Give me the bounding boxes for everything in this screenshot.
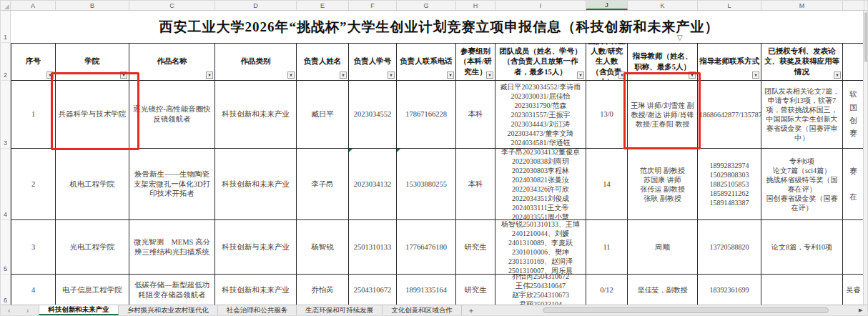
header-student-id[interactable]: 负责人学号▾ [349,43,397,81]
cell-achievements[interactable]: 论文8篇，专利10项 [761,220,843,275]
cell-student-id[interactable]: 2504310672 [349,275,397,306]
header-extra[interactable] [843,43,864,81]
cell-counts[interactable]: 0/12 [586,275,628,306]
row-number[interactable]: 3 [1,81,11,149]
cell-leader[interactable]: 乔怡芮 [297,275,349,306]
cell-work[interactable]: 焕骨新生——生物陶瓷支架宏微孔一体化3D打印技术开拓者 [129,149,215,220]
cell-teachers[interactable]: 范庆明 副教授 苏国康 讲师 张传运 副教授 张耿 副教授 [628,149,698,220]
filter-icon[interactable]: ▾ [287,71,295,79]
tab-nav-left-icon[interactable]: ‹ [8,306,11,315]
cell-teacher-phones[interactable]: 18992832974 15029808303 18825105853 1858… [698,149,761,220]
column-letter-g[interactable]: G [397,1,456,10]
cell-category[interactable]: 科技创新与未来产业 [215,220,297,275]
cell-college[interactable]: 电子信息工程学院 [56,275,129,306]
vertical-scrollbar-thumb[interactable] [864,12,867,62]
sheet-title[interactable]: 西安工业大学2026年“挑战杯”大学生创业计划竞赛立项申报信息（科技创新和未来产… [11,11,867,43]
cell-group[interactable]: 研究生 [456,220,495,275]
sheet-tab[interactable]: 社会治理和公共服务 [218,305,297,315]
header-phone[interactable]: 负责人联系电话▾ [397,43,456,81]
horizontal-scroll-right-icon[interactable]: ▶ [859,307,862,313]
tab-nav-right-icon[interactable]: › [26,306,29,315]
cell-category[interactable]: 科技创新和未来产业 [215,275,297,306]
cell-extra[interactable]: 赛 在 [843,149,864,220]
column-letter-k[interactable]: K [628,1,698,10]
cell-counts[interactable]: 14 [586,149,628,220]
filter-icon[interactable]: ▾ [447,71,454,79]
column-letter-n[interactable] [843,1,864,10]
cell-extra[interactable]: 吴睿 [843,275,864,306]
cell-members[interactable]: 臧日平2023034552/李诗雨2023030031/屈佳怡202303179… [495,81,586,149]
row-number[interactable]: 4 [1,149,11,220]
horizontal-scrollbar-thumb[interactable] [543,307,829,313]
cell-student-id[interactable]: 2023034132 [349,149,397,220]
cell-teachers[interactable]: 周顺 [628,220,698,275]
cell-extra[interactable]: 软 国 创 赛 [843,81,864,149]
column-letter-e[interactable]: E [297,1,349,10]
cell-leader[interactable]: 臧日平 [297,81,349,149]
cell-work[interactable]: 逐光镜控-高性能音圈快反镜领航者 [129,81,215,149]
cell-no[interactable]: 2 [11,149,56,220]
sheet-tab[interactable]: 文化创意和区域合作 [383,305,462,315]
cell-college[interactable]: 光电工程学院 [56,220,129,275]
cell-members[interactable]: 乔怡芮2504310672 王伟2504310647 赵宇欣2504310673… [495,275,586,306]
cell-group[interactable]: 本科 [456,149,495,220]
cell-counts[interactable]: 13/0 [586,81,628,149]
filter-icon[interactable]: ▾ [752,71,759,79]
cell-category[interactable]: 科技创新和未来产业 [215,81,297,149]
column-letter-m[interactable]: M [761,1,843,10]
column-letter-f[interactable]: F [349,1,397,10]
sheet-tab[interactable]: 生态环保和可持续发展 [297,305,383,315]
cell-teacher-phones[interactable]: 18686642877/13578796534/18943155575/1357… [698,81,761,149]
cell-group[interactable]: 本科 [456,81,495,149]
row-number[interactable]: 1 [1,11,11,43]
cell-student-id[interactable]: 2501310133 [349,220,397,275]
cell-leader[interactable]: 李子昂 [297,149,349,220]
cell-phone[interactable]: 17867166228 [397,81,456,149]
header-category[interactable]: 作品类别▾ [215,43,297,81]
header-achievements[interactable]: 已授权专利、发表论文、获奖及获得应用等情况▾ [761,43,843,81]
cell-category[interactable]: 科技创新和未来产业 [215,149,297,220]
filter-icon[interactable]: ▾ [206,71,213,79]
cell-no[interactable]: 1 [11,81,56,149]
column-letter-a[interactable]: A [11,1,56,10]
filter-icon[interactable]: ▾ [577,71,584,79]
column-letter-i[interactable]: I [495,1,586,10]
cell-counts[interactable]: 11 [586,220,628,275]
cell-achievements[interactable]: 团队发表相关论文7篇，申请专利13项，软著7项，曾获挑战杯国三，中国国际大学生创… [761,81,843,149]
cell-phone[interactable]: 18991335164 [397,275,456,306]
cell-no[interactable]: 4 [11,275,56,306]
cell-teacher-phones[interactable]: 18392361699 [698,275,761,306]
cell-phone[interactable]: 17766476180 [397,220,456,275]
cell-members[interactable]: 李子昂2023034132董俊卓2022030838刘雨玥2022030803李… [495,149,586,220]
cell-leader[interactable]: 杨智锐 [297,220,349,275]
cell-work[interactable]: 低碳存储—新型超低功耗阻变存储器领航者 [129,275,215,306]
column-letter-l[interactable]: L [698,1,761,10]
cell-members[interactable]: 杨智锐2501310133、王博2401210044、刘媛2401310089、… [495,220,586,275]
vertical-scrollbar[interactable] [863,11,867,306]
cell-teachers[interactable]: 坚佳莹，副教授 [628,275,698,306]
add-sheet-button[interactable]: ＋ [462,305,480,315]
cell-phone[interactable]: 15303880255 [397,149,456,220]
row-number[interactable]: 6 [1,275,11,306]
header-work[interactable]: 作品名称▾ [129,43,215,81]
header-counts[interactable]: 团队本科生人数/研究生人数 （含负责人）▾ [586,43,628,81]
header-members[interactable]: 团队成员（姓名、学号） （含负责人且放第一作者，最多15人）▾ [495,43,586,81]
cell-achievements[interactable]: 专利6项 论文7篇（sci4篇） 挑战杯省级特等奖（国赛在评） 国创赛省级金奖（… [761,149,843,220]
sheet-tab-active[interactable]: 科技创新和未来产业 [39,305,119,315]
filter-icon[interactable]: ▾ [486,71,493,79]
cell-work[interactable]: 微光智测 MEMS 高分辨三维结构光扫描系统 [129,220,215,275]
header-leader[interactable]: 负责人姓名▾ [297,43,349,81]
filter-funnel-icon[interactable]: ▽ [677,34,683,41]
select-all-corner[interactable] [1,1,11,10]
cell-extra[interactable] [843,220,864,275]
column-letter-d[interactable]: D [215,1,297,10]
cell-student-id[interactable]: 2023034552 [349,81,397,149]
cell-group[interactable]: 研究生 [456,275,495,306]
row-number[interactable]: 2 [1,43,11,81]
cell-no[interactable]: 3 [11,220,56,275]
filter-icon[interactable]: ▾ [834,71,841,79]
column-letter-h[interactable]: H [456,1,495,10]
cell-college[interactable]: 机电工程学院 [56,149,129,220]
header-no[interactable]: 序号▾ [11,43,56,81]
cell-achievements[interactable] [761,275,843,306]
